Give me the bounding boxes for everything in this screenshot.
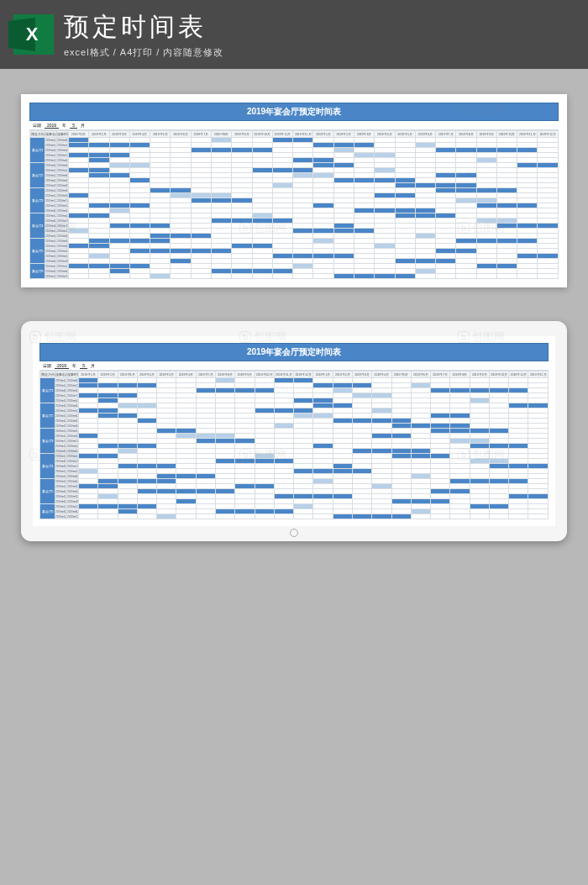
table-header-label: 搜事名称	[55, 371, 67, 378]
gantt-cell	[509, 514, 528, 519]
gantt-cell	[129, 274, 150, 279]
gantt-cell	[450, 514, 470, 519]
gantt-cell	[489, 514, 508, 519]
table-header-month: 2019年6月	[176, 371, 196, 378]
gantt-cell	[235, 514, 255, 519]
table-header-month: 2019年7月	[431, 371, 450, 378]
gantt-cell	[470, 514, 489, 519]
schedule-title: 2019年宴会厅预定时间表	[39, 343, 549, 361]
hall-label: 宴会厅4	[30, 213, 45, 239]
gantt-cell	[232, 274, 252, 279]
table-header-month: 2019年2月	[98, 371, 118, 378]
gantt-cell	[98, 514, 118, 519]
table-header-month: 2019年5月	[395, 131, 415, 138]
table-header-month: 2019年7月	[196, 371, 215, 378]
gantt-cell	[354, 274, 374, 279]
booking-date-cell: 2019年7月	[57, 274, 69, 279]
table-header-month: 2019年2月	[333, 131, 354, 138]
table-header-month: 2019年3月	[109, 131, 129, 138]
hall-label: 宴会厅4	[40, 454, 55, 479]
table-header-month: 2019年9月	[470, 371, 489, 378]
hall-label: 宴会厅1	[30, 138, 45, 163]
table-header-month: 2019年11月	[517, 131, 538, 138]
preview-container: 2019年宴会厅预定时间表日期2019年5月预定月份搜事名称搜事时间2019年1…	[0, 69, 588, 566]
table-header-month: 2019年9月	[235, 371, 255, 378]
table-header-label: 搜事时间	[67, 371, 79, 378]
table-header-label: 预定月份	[40, 371, 55, 378]
gantt-cell	[538, 274, 559, 279]
gantt-cell	[313, 514, 333, 519]
gantt-cell	[157, 514, 176, 519]
booking-date-cell: 2019年7月	[67, 514, 79, 519]
gantt-table: 预定月份搜事名称搜事时间2019年1月2019年2月2019年3月2019年4月…	[29, 130, 559, 279]
gantt-cell	[215, 514, 234, 519]
gantt-cell	[496, 274, 517, 279]
gantt-cell	[255, 514, 274, 519]
table-header-month: 2019年2月	[333, 371, 352, 378]
gantt-cell	[352, 514, 371, 519]
table-header-label: 搜事名称	[45, 131, 57, 138]
gantt-cell	[375, 274, 395, 279]
table-header-month: 2019年1月	[313, 131, 333, 138]
gantt-cell	[456, 274, 476, 279]
table-header-label: 搜事时间	[57, 131, 69, 138]
header-text-block: 预定时间表 excel格式 / A4打印 / 内容随意修改	[64, 10, 223, 59]
table-header-month: 2019年12月	[528, 371, 549, 378]
hall-label: 宴会厅1	[40, 378, 55, 403]
table-header-month: 2019年9月	[232, 131, 252, 138]
gantt-cell	[293, 274, 313, 279]
excel-icon-letter: X	[26, 24, 39, 45]
table-header-month: 2019年1月	[79, 371, 98, 378]
table-header-month: 2019年11月	[509, 371, 528, 378]
table-header-month: 2019年5月	[391, 371, 411, 378]
gantt-cell	[431, 514, 450, 519]
table-header-month: 2019年12月	[294, 371, 313, 378]
gantt-cell	[476, 274, 496, 279]
table-header-month: 2019年10月	[496, 131, 517, 138]
gantt-cell	[274, 514, 293, 519]
hall-label: 宴会厅6	[40, 504, 55, 519]
app-header: X 预定时间表 excel格式 / A4打印 / 内容随意修改	[0, 0, 588, 69]
gantt-cell	[333, 274, 354, 279]
table-header-month: 2019年4月	[137, 371, 156, 378]
gantt-cell	[528, 514, 549, 519]
gantt-cell	[89, 274, 109, 279]
gantt-cell	[411, 514, 430, 519]
table-header-month: 2019年3月	[352, 371, 371, 378]
date-filter-row: 日期2019年5月	[29, 121, 559, 130]
table-header-month: 2019年3月	[118, 371, 137, 378]
table-header-month: 2019年1月	[313, 371, 333, 378]
gantt-table: 预定月份搜事名称搜事时间2019年1月2019年2月2019年3月2019年4月…	[39, 371, 549, 519]
table-header-month: 2019年8月	[211, 131, 231, 138]
hall-label: 宴会厅2	[40, 403, 55, 429]
gantt-cell	[176, 514, 196, 519]
table-header-month: 2019年8月	[450, 371, 470, 378]
gantt-cell	[391, 514, 411, 519]
table-header-month: 2019年9月	[476, 131, 496, 138]
hall-label: 宴会厅6	[30, 264, 45, 279]
gantt-cell	[333, 514, 352, 519]
date-filter-row: 日期2019年5月	[39, 361, 549, 371]
gantt-cell	[191, 274, 211, 279]
table-header-month: 2019年4月	[372, 371, 391, 378]
table-row: 2019年5月2019年7月	[40, 514, 549, 519]
gantt-cell	[252, 274, 272, 279]
table-header-month: 2019年10月	[255, 371, 274, 378]
table-header-month: 2019年2月	[89, 131, 109, 138]
table-header-month: 2019年6月	[415, 131, 435, 138]
table-header-month: 2019年11月	[272, 131, 292, 138]
gantt-cell	[517, 274, 538, 279]
table-header-month: 2019年10月	[489, 371, 508, 378]
gantt-cell	[313, 274, 333, 279]
gantt-cell	[171, 274, 191, 279]
tablet-screen: 2019年宴会厅预定时间表日期2019年5月预定月份搜事名称搜事时间2019年1…	[33, 336, 555, 526]
table-header-month: 2019年7月	[191, 131, 211, 138]
gantt-cell	[415, 274, 435, 279]
booking-date-cell: 2019年5月	[45, 274, 57, 279]
gantt-cell	[69, 274, 89, 279]
gantt-cell	[137, 514, 156, 519]
gantt-cell	[118, 514, 137, 519]
hall-label: 宴会厅3	[40, 429, 55, 454]
gantt-cell	[294, 514, 313, 519]
booking-date-cell: 2019年5月	[55, 514, 67, 519]
